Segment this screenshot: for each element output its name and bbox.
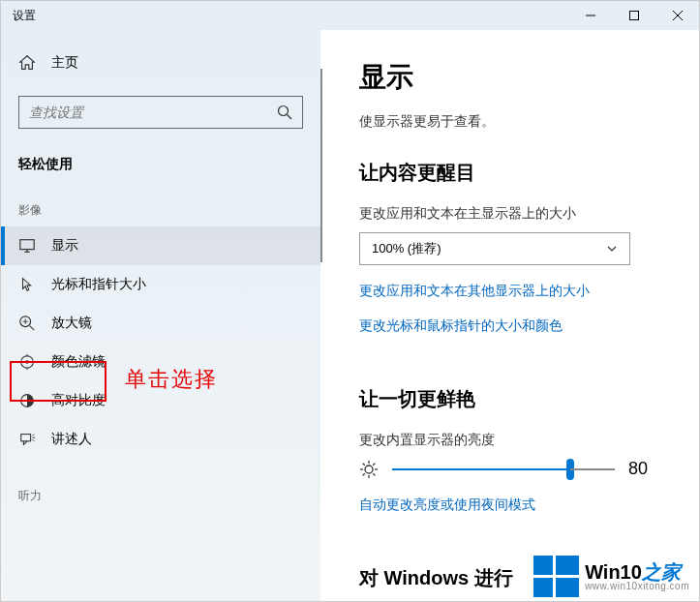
brightness-icon xyxy=(359,460,379,479)
search-input[interactable] xyxy=(29,105,277,120)
brightness-slider[interactable] xyxy=(392,468,615,470)
svg-rect-20 xyxy=(21,435,31,441)
sidebar-item-display[interactable]: 显示 xyxy=(1,226,320,265)
sidebar-item-cursor[interactable]: 光标和指针大小 xyxy=(1,265,320,304)
titlebar: 设置 xyxy=(1,1,699,30)
page-title: 显示 xyxy=(359,59,660,96)
main-panel: 显示 使显示器更易于查看。 让内容更醒目 更改应用和文本在主显示器上的大小 10… xyxy=(320,30,699,601)
link-night-mode[interactable]: 自动更改亮度或使用夜间模式 xyxy=(359,497,660,514)
home-link[interactable]: 主页 xyxy=(1,45,320,81)
close-button[interactable] xyxy=(655,1,699,30)
svg-rect-6 xyxy=(20,240,34,250)
maximize-button[interactable] xyxy=(612,1,655,30)
monitor-icon xyxy=(18,237,36,255)
sidebar-item-colorfilter[interactable]: 颜色滤镜 xyxy=(1,343,320,381)
svg-line-12 xyxy=(30,326,35,331)
link-cursor-pointer[interactable]: 更改光标和鼠标指针的大小和颜色 xyxy=(359,317,660,335)
section-vision: 影像 xyxy=(1,193,320,226)
windows-logo-icon xyxy=(533,556,579,597)
svg-line-21 xyxy=(32,435,34,436)
minimize-button[interactable] xyxy=(568,1,612,30)
filter-icon xyxy=(18,353,36,371)
sidebar-item-label: 显示 xyxy=(51,237,78,255)
section-hearing: 听力 xyxy=(1,478,320,512)
link-other-displays[interactable]: 更改应用和文本在其他显示器上的大小 xyxy=(359,283,660,300)
sidebar-item-magnifier[interactable]: 放大镜 xyxy=(1,304,320,343)
slider-thumb[interactable] xyxy=(566,459,574,480)
section2-title: 让一切更鲜艳 xyxy=(359,386,660,412)
home-label: 主页 xyxy=(51,54,78,72)
svg-line-29 xyxy=(363,463,365,465)
brightness-slider-row: 80 xyxy=(359,459,660,479)
sidebar-item-label: 高对比度 xyxy=(51,392,106,409)
scale-value: 100% (推荐) xyxy=(372,240,441,257)
category-title: 轻松使用 xyxy=(1,146,320,193)
search-icon xyxy=(277,105,292,120)
watermark: Win10之家 www.win10xitong.com xyxy=(533,556,689,597)
search-box[interactable] xyxy=(18,96,303,129)
sidebar-item-label: 放大镜 xyxy=(51,315,92,332)
sidebar-item-label: 光标和指针大小 xyxy=(51,276,146,293)
svg-rect-1 xyxy=(629,12,638,20)
svg-line-5 xyxy=(288,115,292,120)
section1-title: 让内容更醒目 xyxy=(359,160,660,186)
window-controls xyxy=(568,1,699,30)
sidebar-item-label: 讲述人 xyxy=(51,431,92,448)
svg-point-14 xyxy=(25,360,29,364)
narrator-icon xyxy=(18,431,36,448)
contrast-icon xyxy=(18,392,36,409)
svg-line-31 xyxy=(363,473,365,475)
svg-point-24 xyxy=(365,466,373,473)
scrollbar[interactable] xyxy=(320,69,322,262)
sidebar-item-narrator[interactable]: 讲述人 xyxy=(1,420,320,459)
svg-line-23 xyxy=(32,439,34,441)
window-title: 设置 xyxy=(13,8,568,24)
sidebar-item-highcontrast[interactable]: 高对比度 xyxy=(1,381,320,420)
watermark-url: www.win10xitong.com xyxy=(585,582,689,591)
chevron-down-icon xyxy=(606,243,618,255)
brightness-label: 更改内置显示器的亮度 xyxy=(359,432,660,449)
brightness-value: 80 xyxy=(628,459,657,479)
cursor-icon xyxy=(18,276,36,293)
watermark-brand: Win10之家 xyxy=(585,562,689,582)
page-subtitle: 使显示器更易于查看。 xyxy=(359,113,660,131)
home-icon xyxy=(18,54,36,72)
scale-dropdown[interactable]: 100% (推荐) xyxy=(359,232,630,265)
magnifier-icon xyxy=(18,315,36,332)
sidebar-item-label: 颜色滤镜 xyxy=(51,353,106,371)
svg-line-30 xyxy=(373,473,375,475)
scale-label: 更改应用和文本在主显示器上的大小 xyxy=(359,205,660,223)
sidebar: 主页 轻松使用 影像 显示 光标和指针大小 xyxy=(1,30,320,601)
svg-point-4 xyxy=(279,106,289,116)
svg-line-32 xyxy=(373,463,375,465)
